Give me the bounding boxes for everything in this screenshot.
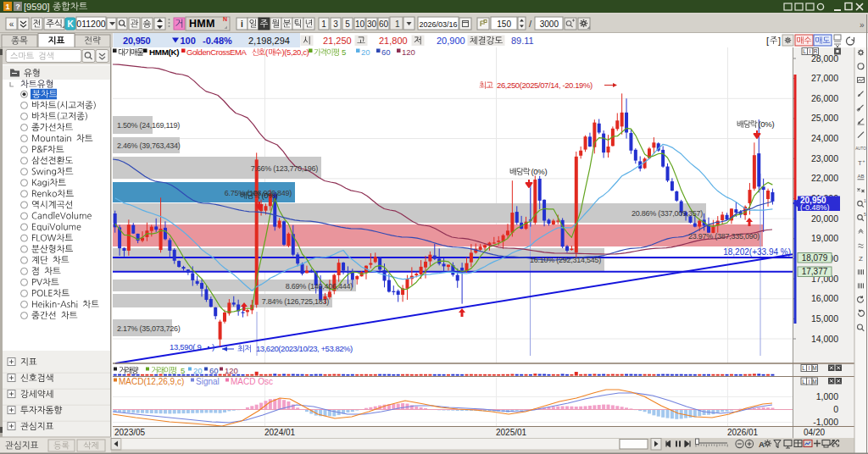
svg-text:60: 60 [381, 47, 391, 57]
svg-text:30: 30 [367, 19, 377, 29]
svg-text:-1,000: -1,000 [813, 417, 838, 427]
svg-text:1,000: 1,000 [816, 391, 838, 401]
svg-text:2023/05: 2023/05 [114, 428, 146, 437]
svg-text:20,900: 20,900 [437, 36, 465, 46]
svg-text:1: 1 [395, 19, 400, 29]
svg-text:18,202(+33.94 %): 18,202(+33.94 %) [723, 247, 791, 257]
svg-text:Signal: Signal [196, 377, 220, 386]
svg-text:7.66% (123,770,196): 7.66% (123,770,196) [251, 164, 319, 173]
svg-text:3000: 3000 [540, 19, 559, 29]
svg-text:R: R [814, 48, 818, 54]
svg-text:2026/03/16: 2026/03/16 [419, 20, 457, 29]
svg-text:20.86% (337,009,357): 20.86% (337,009,357) [632, 209, 703, 218]
svg-text:2.46% (39,763,434): 2.46% (39,763,434) [117, 141, 181, 150]
svg-text:13,620(2023/10/23, +53.82%): 13,620(2023/10/23, +53.82%) [256, 344, 353, 353]
svg-text:(0%): (0%) [531, 167, 548, 176]
svg-text:2025/01: 2025/01 [496, 428, 527, 437]
svg-text:27,000: 27,000 [811, 73, 838, 83]
svg-text:120: 120 [402, 47, 415, 57]
svg-text:A: A [759, 440, 765, 449]
svg-text:HMM(K): HMM(K) [149, 47, 179, 57]
svg-text:10: 10 [355, 19, 365, 29]
svg-text:89.11: 89.11 [511, 36, 534, 46]
svg-text:«: « [9, 19, 14, 29]
svg-text:21,800: 21,800 [379, 36, 408, 46]
svg-text:M: M [812, 379, 816, 385]
svg-text:60: 60 [379, 19, 389, 29]
svg-text:1: 1 [864, 198, 866, 203]
svg-text:3: 3 [333, 19, 338, 29]
svg-text:MACD Osc: MACD Osc [231, 377, 273, 386]
svg-text:2,198,294: 2,198,294 [248, 36, 290, 46]
svg-text:23.97% (387,335,090): 23.97% (387,335,090) [688, 232, 760, 241]
svg-text:i: i [241, 19, 243, 29]
svg-text:22,000: 22,000 [811, 173, 838, 183]
svg-text:5: 5 [342, 47, 346, 57]
svg-text:L: L [802, 365, 805, 371]
svg-text:26,250(2025/07/14, -20.19%): 26,250(2025/07/14, -20.19%) [497, 80, 593, 90]
svg-text:MACD(12,26,9,c): MACD(12,26,9,c) [119, 377, 184, 386]
svg-text:+: + [863, 158, 865, 163]
svg-text:20,000: 20,000 [811, 213, 838, 224]
svg-text:60: 60 [209, 366, 219, 375]
svg-text:»: » [860, 20, 865, 30]
svg-text:HMM: HMM [189, 18, 215, 30]
svg-text:?: ? [15, 3, 20, 11]
svg-text:GoldenCrossEMA: GoldenCrossEMA [186, 47, 247, 57]
svg-text:20: 20 [193, 366, 203, 375]
svg-text:L: L [802, 379, 805, 385]
svg-text:AUTO: AUTO [855, 147, 866, 151]
svg-text:N: N [223, 16, 227, 22]
svg-text:21,250: 21,250 [323, 36, 352, 46]
svg-text:100: 100 [181, 36, 196, 46]
svg-text:L: L [803, 48, 806, 54]
svg-text:26,000: 26,000 [811, 93, 838, 103]
svg-text:5: 5 [864, 212, 866, 217]
svg-text:15,000: 15,000 [811, 313, 838, 324]
svg-text:16.10% (292,314,545): 16.10% (292,314,545) [530, 256, 601, 264]
svg-text:2024/01: 2024/01 [264, 428, 296, 437]
svg-text:(0%): (0%) [759, 119, 775, 129]
svg-text:)(5,20,c): )(5,20,c) [282, 47, 309, 57]
svg-text:[9590]: [9590] [24, 2, 50, 12]
svg-text:18,079: 18,079 [802, 253, 828, 263]
svg-text:25,000: 25,000 [811, 113, 838, 123]
svg-text:K: K [67, 19, 74, 29]
svg-text:(-0.48%): (-0.48%) [800, 203, 830, 212]
svg-text:M: M [812, 365, 816, 371]
svg-text:7.84% (126,725,183): 7.84% (126,725,183) [262, 297, 330, 306]
svg-text:13,590( 9: 13,590( 9 [170, 342, 201, 352]
svg-text:Z: Z [859, 255, 863, 263]
svg-text:8.69% (140,406,444): 8.69% (140,406,444) [286, 282, 353, 291]
svg-text:1: 1 [5, 3, 9, 11]
svg-text:0: 0 [833, 404, 838, 414]
svg-text:5: 5 [345, 19, 350, 29]
svg-text:1.50% (24,169,119): 1.50% (24,169,119) [117, 121, 180, 130]
svg-text:2026/01: 2026/01 [727, 428, 759, 437]
svg-text:20,950: 20,950 [123, 36, 151, 46]
svg-text:120: 120 [225, 366, 238, 375]
svg-text:23,000: 23,000 [811, 153, 838, 163]
svg-text:150: 150 [497, 19, 511, 29]
svg-text:14,000: 14,000 [811, 334, 838, 344]
svg-text:(0%): (0%) [262, 191, 278, 200]
svg-text:AB: AB [857, 174, 864, 179]
svg-text:16,000: 16,000 [811, 293, 838, 303]
svg-text:6.75% (108,906,849): 6.75% (108,906,849) [225, 189, 292, 197]
svg-text:17,377: 17,377 [802, 267, 828, 276]
svg-text:24,000: 24,000 [811, 133, 838, 143]
svg-text:011200: 011200 [76, 19, 105, 29]
svg-text:): ) [212, 342, 214, 352]
svg-text:2.17% (35,073,726): 2.17% (35,073,726) [117, 324, 181, 333]
svg-text:20: 20 [361, 47, 370, 57]
svg-text:1: 1 [321, 19, 326, 29]
svg-text:-0.48%: -0.48% [203, 36, 232, 46]
svg-text:T: T [858, 159, 862, 167]
svg-text:[: [ [766, 36, 769, 46]
svg-text:5: 5 [181, 366, 185, 375]
svg-text:]: ] [778, 36, 781, 46]
svg-text:19,000: 19,000 [811, 233, 838, 243]
svg-text:04/20: 04/20 [804, 428, 825, 437]
